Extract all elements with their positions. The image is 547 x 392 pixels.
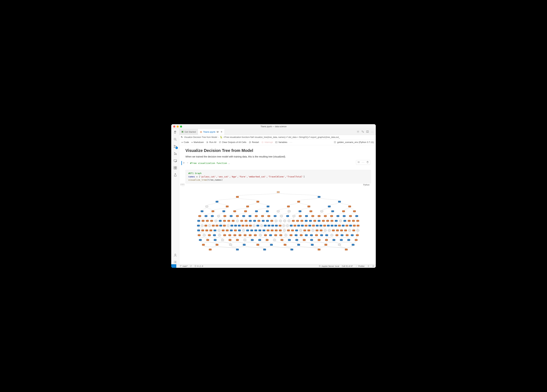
maximize-window-button[interactable] [180, 126, 182, 128]
svg-rect-134 [271, 225, 274, 226]
svg-rect-47 [331, 210, 334, 212]
svg-rect-179 [283, 230, 286, 231]
svg-rect-225 [335, 234, 338, 236]
svg-rect-32 [308, 206, 310, 207]
svg-rect-147 [320, 225, 322, 226]
split-editor-icon[interactable] [366, 130, 369, 134]
source-control-icon[interactable]: 4 [173, 144, 177, 149]
chevron-down-icon[interactable] [186, 162, 189, 164]
run-all-button[interactable]: Run All [206, 141, 216, 143]
svg-rect-65 [293, 215, 295, 217]
svg-rect-8 [175, 166, 177, 168]
explorer-icon[interactable] [173, 130, 177, 134]
svg-rect-116 [205, 225, 207, 226]
bell-icon[interactable] [372, 265, 374, 267]
svg-rect-174 [262, 230, 265, 231]
svg-rect-257 [270, 244, 273, 245]
more-actions-icon[interactable]: ··· [371, 131, 374, 133]
svg-rect-83 [227, 220, 230, 222]
close-tab-icon[interactable]: ✕ [221, 131, 222, 133]
svg-rect-143 [305, 225, 308, 226]
svg-rect-51 [205, 215, 207, 217]
svg-rect-43 [288, 210, 290, 212]
interrupt-button[interactable]: Interrupt [261, 141, 273, 143]
breadcrumb-section: Visualize Decision Tree from Model [184, 136, 217, 138]
gear-icon[interactable] [357, 130, 359, 134]
heading: Visualize Decision Tree from Model [185, 148, 371, 153]
cell-language[interactable]: Python [363, 183, 369, 186]
breadcrumb[interactable]: M↓ Visualize Decision Tree from Model › … [179, 135, 376, 139]
problems[interactable]: 0 0 [194, 265, 203, 267]
run-cell-icon[interactable] [183, 162, 185, 164]
remote-indicator[interactable] [171, 264, 176, 268]
remote-explorer-icon[interactable] [173, 159, 177, 163]
tab-titanic-notebook[interactable]: ▤ Titanic.ipynb M ✕ [198, 129, 225, 135]
svg-rect-40 [255, 210, 258, 212]
code-cell[interactable]: #DT1 Graph names = ['pclass_cat','sex_ca… [185, 170, 371, 251]
cell-position[interactable]: Cell 31 of 47 [342, 265, 353, 267]
svg-rect-229 [356, 234, 359, 236]
diff-icon[interactable] [361, 130, 364, 134]
svg-rect-255 [243, 244, 246, 245]
svg-rect-263 [352, 244, 355, 245]
svg-point-276 [368, 265, 369, 266]
formatter[interactable]: Prettier [356, 265, 365, 267]
git-branch[interactable]: main* [180, 265, 187, 267]
sync-icon[interactable] [190, 265, 192, 267]
tree-output [185, 190, 371, 251]
svg-rect-233 [221, 239, 224, 241]
cell-more-icon[interactable]: ··· [362, 161, 365, 164]
extensions-icon[interactable] [173, 166, 177, 170]
svg-rect-69 [318, 215, 321, 217]
svg-rect-252 [202, 244, 205, 245]
svg-rect-37 [222, 210, 225, 212]
search-icon[interactable] [173, 137, 177, 142]
cell-toolbar: ··· [356, 160, 370, 165]
svg-rect-175 [267, 230, 269, 231]
svg-rect-159 [201, 230, 204, 231]
run-debug-icon[interactable] [173, 152, 177, 155]
tab-get-started[interactable]: ⌘ Get Started [179, 129, 198, 135]
testing-icon[interactable] [173, 173, 177, 177]
kernel-picker[interactable]: golden_scenario_env (Python 3.7.11) [334, 141, 374, 143]
variables-button[interactable]: Variables [275, 141, 287, 143]
svg-rect-89 [253, 220, 256, 222]
svg-rect-31 [287, 206, 290, 207]
svg-rect-209 [254, 234, 257, 236]
svg-rect-176 [271, 230, 274, 231]
svg-rect-203 [223, 234, 226, 236]
svg-rect-107 [331, 220, 333, 222]
settings-gear-icon[interactable] [173, 260, 177, 264]
svg-rect-186 [312, 230, 314, 231]
add-code-button[interactable]: +Code [181, 141, 189, 143]
svg-rect-190 [328, 230, 331, 231]
svg-rect-239 [266, 239, 268, 241]
toolbar-more-icon[interactable]: ··· [290, 141, 293, 143]
svg-rect-204 [228, 234, 231, 236]
clear-outputs-button[interactable]: Clear Outputs of All Cells [219, 141, 246, 143]
add-markdown-button[interactable]: +Markdown [191, 141, 204, 143]
svg-rect-82 [223, 220, 226, 222]
collapsed-code-cell[interactable]: ··· #Tree visualization function … [185, 161, 371, 165]
jupyter-server[interactable]: Jupyter Server: local [319, 265, 339, 267]
run-by-line-icon[interactable] [357, 161, 360, 164]
output-collapse-icon[interactable]: ··· [182, 184, 371, 187]
svg-rect-170 [246, 230, 249, 231]
svg-rect-163 [218, 230, 220, 231]
svg-rect-189 [324, 230, 327, 231]
svg-rect-246 [318, 239, 321, 241]
notebook-body[interactable]: Visualize Decision Tree from Model When … [179, 145, 376, 264]
minimize-window-button[interactable] [177, 126, 179, 128]
feedback-icon[interactable] [367, 265, 369, 267]
delete-cell-icon[interactable] [366, 161, 369, 164]
svg-rect-192 [336, 230, 339, 231]
accounts-icon[interactable] [173, 253, 177, 257]
svg-rect-113 [356, 220, 359, 222]
svg-rect-244 [303, 239, 306, 241]
svg-rect-199 [203, 234, 205, 236]
restart-button[interactable]: Restart [249, 141, 259, 143]
markdown-cell[interactable]: Visualize Decision Tree from Model When … [185, 148, 371, 158]
close-window-button[interactable] [173, 126, 175, 128]
svg-point-12 [175, 262, 176, 263]
svg-rect-68 [311, 215, 314, 217]
